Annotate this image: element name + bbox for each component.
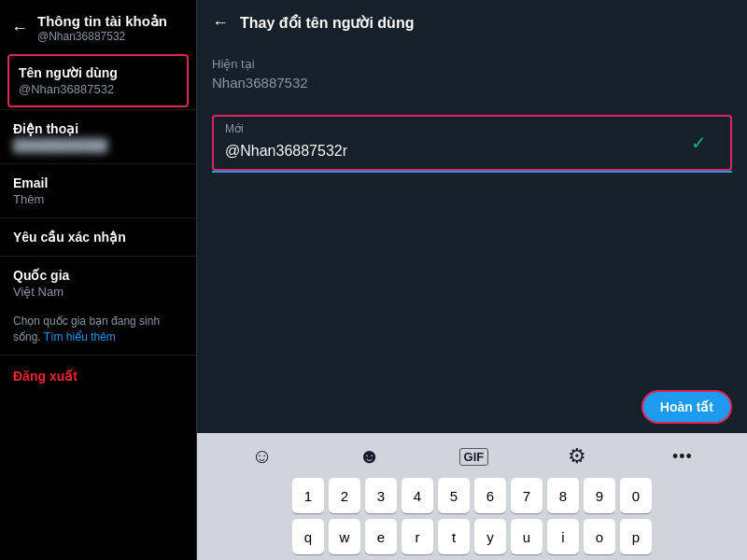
new-label: Mới xyxy=(225,122,244,135)
email-menu-item[interactable]: Email Thêm xyxy=(0,164,196,217)
keyboard-rows: 1 2 3 4 5 6 7 8 9 0 q w e r t y u i o xyxy=(201,478,743,554)
logout-label[interactable]: Đăng xuất xyxy=(13,369,183,384)
current-value: Nhan36887532 xyxy=(212,75,732,91)
key-4[interactable]: 4 xyxy=(402,478,433,513)
phone-menu-item[interactable]: Điện thoại ███████████ xyxy=(0,110,196,163)
key-q[interactable]: q xyxy=(292,519,324,554)
keyboard-toolbar: ☺ ☻ GIF ⚙ ••• xyxy=(201,439,743,478)
country-label: Quốc gia xyxy=(13,268,183,283)
left-back-button[interactable]: ← xyxy=(11,19,28,38)
key-w[interactable]: w xyxy=(329,519,360,554)
left-header-title: Thông tin tài khoản xyxy=(37,13,167,30)
keyboard-area: ☺ ☻ GIF ⚙ ••• 1 2 3 4 5 6 7 8 9 0 q w xyxy=(197,433,747,560)
key-e[interactable]: e xyxy=(365,519,397,554)
number-row: 1 2 3 4 5 6 7 8 9 0 xyxy=(201,478,743,513)
left-header-subtitle: @Nhan36887532 xyxy=(37,30,167,43)
done-button[interactable]: Hoàn tất xyxy=(641,390,732,424)
username-menu-item[interactable]: Tên người dùng @Nhan36887532 xyxy=(7,54,189,107)
country-value: Việt Nam xyxy=(13,285,183,299)
new-username-input[interactable] xyxy=(225,143,691,160)
key-6[interactable]: 6 xyxy=(474,478,506,513)
key-1[interactable]: 1 xyxy=(292,478,324,513)
email-label: Email xyxy=(13,175,183,190)
done-button-row: Hoàn tất xyxy=(197,381,747,433)
key-y[interactable]: y xyxy=(474,519,506,554)
key-0[interactable]: 0 xyxy=(620,478,652,513)
email-value: Thêm xyxy=(13,192,183,206)
username-label: Tên người dùng xyxy=(19,65,177,80)
current-label: Hiện tại xyxy=(212,57,732,71)
country-link[interactable]: Tìm hiểu thêm xyxy=(44,330,116,343)
verification-label: Yêu cầu xác nhận xyxy=(13,230,183,245)
left-header-text: Thông tin tài khoản @Nhan36887532 xyxy=(37,13,167,43)
key-9[interactable]: 9 xyxy=(584,478,615,513)
phone-label: Điện thoại xyxy=(13,121,183,136)
key-3[interactable]: 3 xyxy=(365,478,397,513)
phone-value: ███████████ xyxy=(13,138,183,152)
country-menu-item[interactable]: Quốc gia Việt Nam xyxy=(0,257,196,310)
key-7[interactable]: 7 xyxy=(511,478,543,513)
account-info-panel: ← Thông tin tài khoản @Nhan36887532 Tên … xyxy=(0,0,196,560)
key-o[interactable]: o xyxy=(584,519,615,554)
right-header-title: Thay đổi tên người dùng xyxy=(240,14,414,32)
right-back-button[interactable]: ← xyxy=(212,13,229,33)
logout-section[interactable]: Đăng xuất xyxy=(0,356,196,397)
key-8[interactable]: 8 xyxy=(547,478,579,513)
change-username-panel: ← Thay đổi tên người dùng Hiện tại Nhan3… xyxy=(197,0,747,560)
emoji1-icon[interactable]: ☺ xyxy=(244,442,279,470)
key-p[interactable]: p xyxy=(620,519,652,554)
more-icon[interactable]: ••• xyxy=(665,445,700,469)
username-value: @Nhan36887532 xyxy=(19,82,177,96)
gif-icon[interactable]: GIF xyxy=(459,448,489,466)
key-5[interactable]: 5 xyxy=(438,478,470,513)
key-i[interactable]: i xyxy=(547,519,579,554)
current-username-section: Hiện tại Nhan36887532 xyxy=(212,57,732,91)
key-r[interactable]: r xyxy=(402,519,433,554)
new-username-input-box[interactable]: Mới ✓ xyxy=(212,115,732,171)
key-2[interactable]: 2 xyxy=(329,478,360,513)
settings-icon[interactable]: ⚙ xyxy=(560,442,594,470)
emoji2-icon[interactable]: ☻ xyxy=(351,442,388,470)
key-t[interactable]: t xyxy=(438,519,470,554)
new-username-field-wrapper: Mới ✓ xyxy=(212,107,732,173)
right-content: Hiện tại Nhan36887532 Mới ✓ xyxy=(197,42,747,381)
check-icon: ✓ xyxy=(691,132,707,154)
qwerty-row: q w e r t y u i o p xyxy=(201,519,743,554)
left-header: ← Thông tin tài khoản @Nhan36887532 xyxy=(0,0,196,52)
country-note: Chọn quốc gia bạn đang sinh sống. Tìm hi… xyxy=(0,310,196,355)
key-u[interactable]: u xyxy=(511,519,543,554)
right-header: ← Thay đổi tên người dùng xyxy=(197,0,747,42)
verification-menu-item[interactable]: Yêu cầu xác nhận xyxy=(0,218,196,256)
